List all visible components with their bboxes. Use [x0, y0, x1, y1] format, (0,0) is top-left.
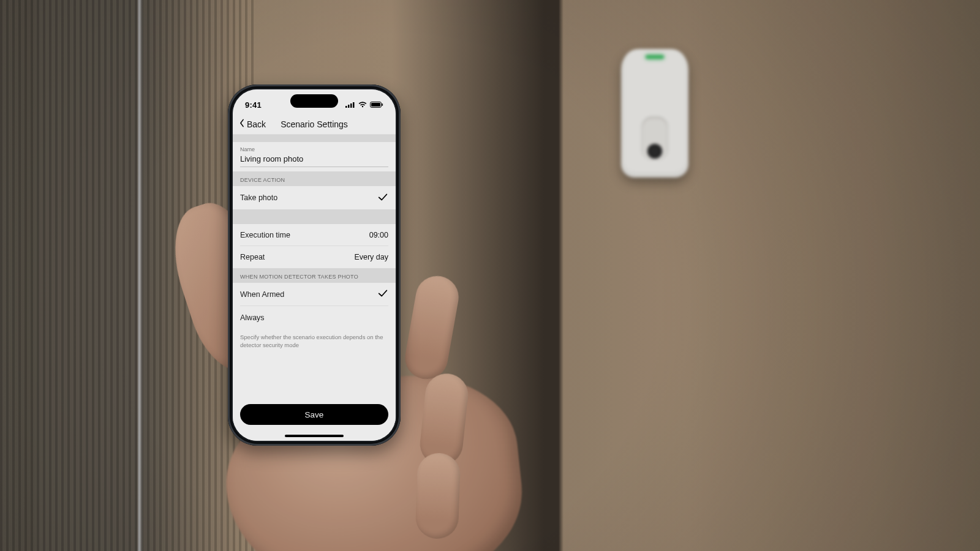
background-scene: 9:41 [0, 0, 980, 551]
vignette [0, 0, 980, 551]
save-button[interactable]: Save [240, 404, 388, 425]
chevron-left-icon [238, 119, 246, 129]
back-label: Back [247, 119, 266, 129]
svg-rect-2 [350, 103, 352, 108]
cellular-icon [345, 102, 355, 108]
execution-time-row[interactable]: Execution time 09:00 [240, 224, 388, 246]
nav-header: Back Scenario Settings [233, 114, 396, 135]
phone: 9:41 [228, 84, 401, 446]
name-field-label: Name [240, 146, 388, 152]
device-action-options: Take photo [233, 186, 396, 209]
execution-time-value: 09:00 [369, 231, 388, 239]
check-icon [377, 192, 388, 204]
back-button[interactable]: Back [233, 119, 266, 129]
execution-time-label: Execution time [240, 231, 290, 239]
name-field-card: Name [233, 142, 396, 171]
svg-rect-6 [382, 103, 383, 106]
option-when-armed[interactable]: When Armed [240, 283, 388, 306]
phone-screen: 9:41 [233, 89, 396, 441]
repeat-label: Repeat [240, 253, 265, 261]
settings-body: Name DEVICE ACTION Take photo [233, 135, 396, 441]
name-input[interactable] [240, 154, 388, 167]
wifi-icon [358, 102, 367, 108]
schedule-card: Execution time 09:00 Repeat Every day [233, 224, 396, 268]
svg-rect-0 [345, 106, 347, 108]
status-time: 9:41 [245, 100, 262, 110]
svg-rect-5 [371, 103, 380, 107]
repeat-row[interactable]: Repeat Every day [240, 246, 388, 268]
option-always[interactable]: Always [240, 306, 388, 329]
svg-rect-1 [348, 105, 350, 108]
battery-icon [370, 102, 383, 108]
svg-rect-3 [353, 102, 355, 108]
status-icons [345, 102, 383, 108]
photo-mode-footnote: Specify whether the scenario execution d… [233, 329, 396, 354]
option-label: When Armed [240, 290, 284, 299]
motion-sensor-device [621, 49, 688, 178]
check-icon [377, 288, 388, 301]
photo-mode-header: WHEN MOTION DETECTOR TAKES PHOTO [233, 268, 396, 283]
home-indicator [285, 435, 344, 437]
photo-mode-options: When Armed Always [233, 283, 396, 329]
option-label: Take photo [240, 193, 277, 202]
repeat-value: Every day [354, 253, 388, 261]
device-action-header: DEVICE ACTION [233, 171, 396, 186]
option-label: Always [240, 313, 265, 322]
save-area: Save [233, 397, 396, 432]
dynamic-island [290, 94, 338, 108]
option-take-photo[interactable]: Take photo [240, 186, 388, 209]
